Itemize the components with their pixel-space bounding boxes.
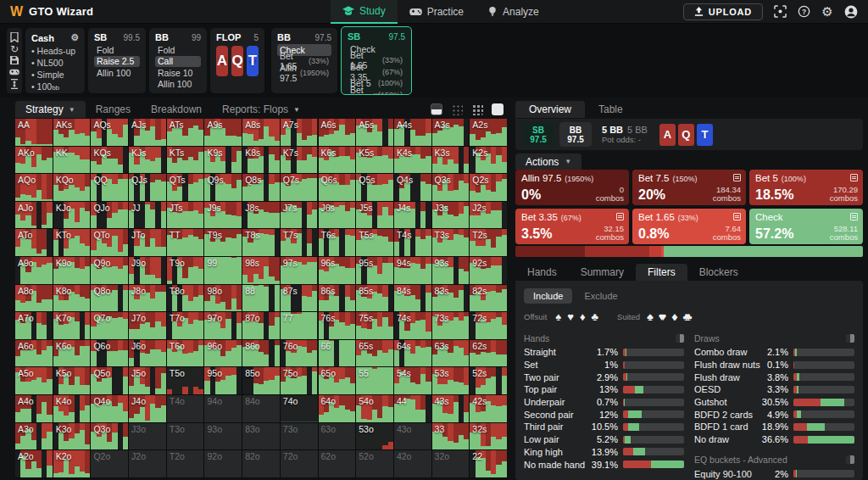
hands-row[interactable]: King high13.9% xyxy=(524,446,684,459)
matrix-cell-Q3o[interactable]: Q3o xyxy=(91,423,128,450)
matrix-cell-73o[interactable]: 73o xyxy=(281,423,318,450)
matrix-cell-Q9s[interactable]: Q9s xyxy=(204,174,242,201)
matrix-cell-98s[interactable]: 98s xyxy=(242,257,280,284)
matrix-cell-A6s[interactable]: A6s xyxy=(319,119,356,146)
matrix-cell-KJo[interactable]: KJo xyxy=(53,202,91,229)
matrix-cell-J7s[interactable]: J7s xyxy=(281,202,318,229)
matrix-cell-A8s[interactable]: A8s xyxy=(242,119,280,146)
matrix-cell-98o[interactable]: 98o xyxy=(204,285,242,312)
dense-grid-icon[interactable] xyxy=(471,103,483,115)
draws-row[interactable]: BDFD 1 card18.9% xyxy=(694,421,854,433)
note-icon[interactable] xyxy=(850,174,858,181)
matrix-cell-54s[interactable]: 54s xyxy=(394,367,431,394)
matrix-cell-AQo[interactable]: AQo xyxy=(15,174,53,201)
detail-tab-hands[interactable]: Hands xyxy=(515,264,569,281)
matrix-cell-75s[interactable]: 75s xyxy=(356,312,393,339)
matrix-cell-AA[interactable]: AA xyxy=(15,119,53,146)
matrix-cell-K9s[interactable]: K9s xyxy=(204,147,242,174)
draws-row[interactable]: Flush draw3.8% xyxy=(694,371,854,383)
matrix-cell-AKs[interactable]: AKs xyxy=(53,119,91,146)
matrix-cell-QTo[interactable]: QTo xyxy=(91,229,128,256)
exclude-toggle[interactable]: Exclude xyxy=(584,291,617,301)
matrix-cell-J9o[interactable]: J9o xyxy=(129,257,166,284)
matrix-cell-Q2s[interactable]: Q2s xyxy=(470,174,507,201)
matrix-cell-T2o[interactable]: T2o xyxy=(167,450,204,477)
matrix-cell-T9s[interactable]: T9s xyxy=(204,229,242,256)
matrix-cell-KTs[interactable]: KTs xyxy=(167,147,204,174)
detail-tab-summary[interactable]: Summary xyxy=(569,264,636,281)
offsuit-suit-2[interactable]: ♦ xyxy=(580,310,586,323)
matrix-cell-63o[interactable]: 63o xyxy=(319,423,356,450)
eq-row[interactable]: Equity 90-1002% xyxy=(694,468,854,480)
matrix-cell-A7o[interactable]: A7o xyxy=(15,312,53,339)
matrix-cell-J2s[interactable]: J2s xyxy=(470,202,507,229)
matrix-cell-93s[interactable]: 93s xyxy=(432,257,470,284)
matrix-cell-J2o[interactable]: J2o xyxy=(129,450,166,477)
history-panel-1[interactable]: BB99FoldCallRaise 10Allin 100 xyxy=(149,28,207,93)
matrix-cell-62o[interactable]: 62o xyxy=(319,450,356,477)
matrix-cell-K4s[interactable]: K4s xyxy=(394,147,431,174)
action-box-bet-3.35[interactable]: Bet 3.35(67%)3.5%32.15combos xyxy=(515,209,629,244)
hands-row[interactable]: Straight1.7% xyxy=(524,346,684,359)
matrix-cell-32o[interactable]: 32o xyxy=(432,450,470,477)
matrix-cell-65o[interactable]: 65o xyxy=(319,367,356,394)
note-icon[interactable] xyxy=(616,213,624,220)
action-row[interactable]: Bet 3.35(67%) xyxy=(348,66,405,78)
dot-grid-icon[interactable] xyxy=(451,103,463,115)
section-toggle-icon[interactable] xyxy=(676,334,684,343)
hands-row[interactable]: Third pair10.5% xyxy=(524,421,684,433)
matrix-cell-Q3s[interactable]: Q3s xyxy=(432,174,470,201)
matrix-cell-74s[interactable]: 74s xyxy=(394,312,431,339)
hands-row[interactable]: Second pair12% xyxy=(524,408,684,421)
matrix-cell-K4o[interactable]: K4o xyxy=(53,395,91,422)
hands-row[interactable]: No made hand39.1% xyxy=(524,458,684,471)
matrix-cell-Q9o[interactable]: Q9o xyxy=(91,257,128,284)
matrix-cell-KQs[interactable]: KQs xyxy=(91,147,128,174)
matrix-cell-K5s[interactable]: K5s xyxy=(356,147,393,174)
left-tab-breakdown[interactable]: Breakdown xyxy=(141,101,212,118)
matrix-cell-T6o[interactable]: T6o xyxy=(167,340,204,367)
matrix-cell-96s[interactable]: 96s xyxy=(319,257,356,284)
offsuit-suit-1[interactable]: ♥ xyxy=(567,310,574,323)
matrix-cell-A8o[interactable]: A8o xyxy=(15,285,53,312)
matrix-cell-T4s[interactable]: T4s xyxy=(394,229,431,256)
matrix-cell-T6s[interactable]: T6s xyxy=(319,229,356,256)
draws-row[interactable]: Combo draw2.1% xyxy=(694,346,854,359)
matrix-cell-63s[interactable]: 63s xyxy=(432,340,470,367)
matrix-cell-Q6s[interactable]: Q6s xyxy=(319,174,356,201)
matrix-cell-95o[interactable]: 95o xyxy=(204,367,242,394)
matrix-cell-A6o[interactable]: A6o xyxy=(15,340,53,367)
matrix-cell-KJs[interactable]: KJs xyxy=(129,147,166,174)
suited-suit-2[interactable]: ♦♦ xyxy=(671,310,677,323)
bookmark-icon[interactable] xyxy=(9,32,19,42)
matrix-cell-92s[interactable]: 92s xyxy=(470,257,507,284)
section-toggle-icon[interactable] xyxy=(846,455,854,464)
matrix-cell-62s[interactable]: 62s xyxy=(470,340,507,367)
note-icon[interactable] xyxy=(733,174,741,181)
matrix-cell-A9s[interactable]: A9s xyxy=(204,119,242,146)
save-icon[interactable] xyxy=(9,55,19,65)
matrix-cell-T7s[interactable]: T7s xyxy=(281,229,318,256)
action-row[interactable]: Fold xyxy=(94,44,140,56)
matrix-cell-82s[interactable]: 82s xyxy=(470,285,507,312)
hands-row[interactable]: Set1% xyxy=(524,359,684,371)
matrix-cell-T3s[interactable]: T3s xyxy=(432,229,470,256)
matrix-cell-J4s[interactable]: J4s xyxy=(394,202,431,229)
matrix-cell-52o[interactable]: 52o xyxy=(356,450,393,477)
matrix-cell-82o[interactable]: 82o xyxy=(242,450,280,477)
matrix-cell-KTo[interactable]: KTo xyxy=(53,229,91,256)
matrix-cell-AQs[interactable]: AQs xyxy=(91,119,128,146)
matrix-cell-A4o[interactable]: A4o xyxy=(15,395,53,422)
matrix-cell-J8o[interactable]: J8o xyxy=(129,285,166,312)
draws-row[interactable]: No draw36.6% xyxy=(694,433,854,446)
matrix-cell-J6s[interactable]: J6s xyxy=(319,202,356,229)
action-row[interactable]: Allin 100 xyxy=(155,79,201,91)
left-tab-ranges[interactable]: Ranges xyxy=(86,101,141,118)
matrix-cell-76s[interactable]: 76s xyxy=(319,312,356,339)
action-box-bet-1.65[interactable]: Bet 1.65(33%)0.8%7.64combos xyxy=(632,209,746,244)
history-icon[interactable]: ↻ xyxy=(9,44,19,54)
solid-view-icon[interactable] xyxy=(492,103,504,115)
draws-row[interactable]: BDFD 2 cards4.9% xyxy=(694,408,854,421)
matrix-cell-K7o[interactable]: K7o xyxy=(53,312,91,339)
matrix-cell-Q4s[interactable]: Q4s xyxy=(394,174,431,201)
